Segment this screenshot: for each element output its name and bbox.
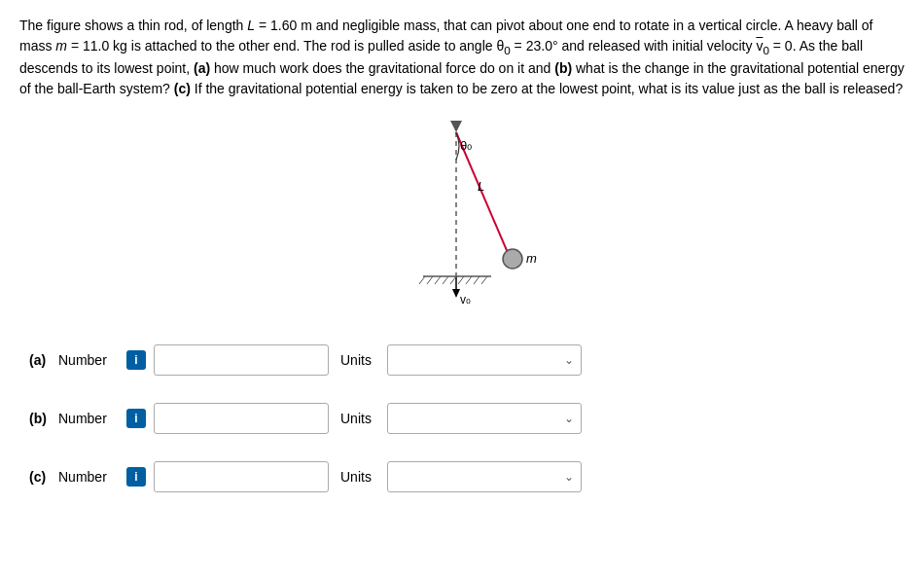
units-select-container-a: J kJ N ⌄ [387,344,582,376]
hatch7 [466,276,472,284]
label-b: (b) [29,411,58,426]
theta-label: θ₀ [460,138,472,153]
m-label: m [526,251,537,266]
problem-text: The figure shows a thin rod, of length L… [19,16,905,99]
hatch1 [419,276,425,284]
L-label: L [478,179,484,194]
answer-row-c: (c) Number i Units J kJ N ⌄ [29,461,905,492]
v0-label: v₀ [460,293,471,307]
units-label-a: Units [340,352,379,368]
hatch2 [427,276,433,284]
ball [503,249,522,269]
type-a: Number [58,352,126,368]
hatch6 [458,276,464,284]
units-select-a[interactable]: J kJ N [387,344,582,376]
info-badge-a[interactable]: i [126,350,146,370]
type-c: Number [58,469,126,485]
label-a: (a) [29,352,58,368]
units-select-container-c: J kJ N ⌄ [387,461,582,492]
hatch9 [481,276,487,284]
answer-row-b: (b) Number i Units J kJ N ⌄ [29,403,905,434]
number-input-c[interactable] [154,461,329,492]
type-b: Number [58,411,126,426]
v0-arrow [452,289,460,298]
number-input-b[interactable] [154,403,329,434]
hatch4 [443,276,448,284]
units-select-container-b: J kJ N ⌄ [387,403,582,434]
hatch8 [474,276,480,284]
hatch5 [450,276,456,284]
hatch3 [435,276,441,284]
units-label-b: Units [340,411,379,426]
number-input-a[interactable] [154,344,329,376]
units-select-c[interactable]: J kJ N [387,461,582,492]
pivot-support [450,121,462,132]
units-select-b[interactable]: J kJ N [387,403,582,434]
units-label-c: Units [340,469,379,485]
info-badge-c[interactable]: i [126,467,146,487]
answers-section: (a) Number i Units J kJ N ⌄ (b) Number i… [19,344,905,492]
diagram-container: m θ₀ L v₀ [19,111,905,325]
info-badge-b[interactable]: i [126,409,146,428]
physics-diagram: m θ₀ L v₀ [365,111,559,325]
answer-row-a: (a) Number i Units J kJ N ⌄ [29,344,905,376]
label-c: (c) [29,469,58,485]
